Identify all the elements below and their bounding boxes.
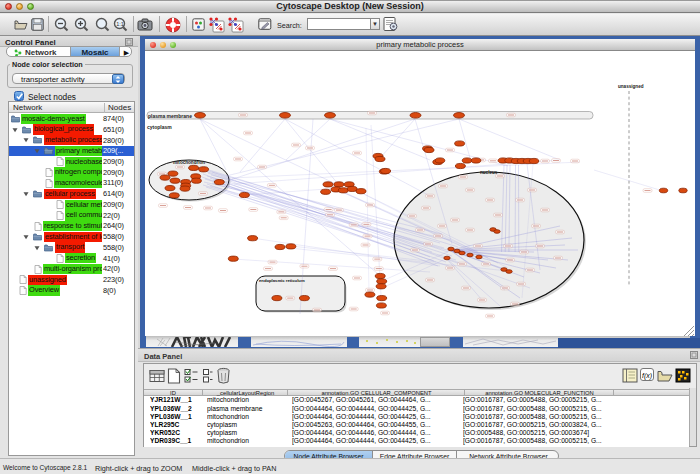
svg-text:mitochondrion: mitochondrion xyxy=(173,160,205,165)
svg-text:unassigned: unassigned xyxy=(618,84,644,89)
svg-text:cytoplasm: cytoplasm xyxy=(147,124,172,130)
svg-text:1:1: 1:1 xyxy=(116,21,124,27)
svg-text:endoplasmic reticulum: endoplasmic reticulum xyxy=(259,278,305,283)
svg-text:nucleus: nucleus xyxy=(480,170,498,175)
svg-text:plasma membrane: plasma membrane xyxy=(148,113,192,119)
